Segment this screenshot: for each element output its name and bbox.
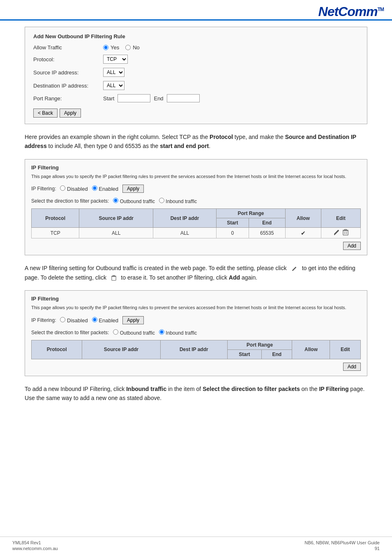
ip-filter-apply-2[interactable]: Apply bbox=[122, 316, 144, 324]
allow-traffic-controls: Yes No bbox=[103, 44, 140, 51]
add-button-2[interactable]: Add bbox=[343, 363, 361, 371]
row1-dest: ALL bbox=[153, 228, 217, 238]
source-ip-select[interactable]: ALL bbox=[103, 68, 125, 77]
allow-traffic-label: Allow Traffic bbox=[33, 44, 103, 51]
enabled-radio-label-1[interactable]: Enabled bbox=[92, 185, 118, 192]
outbound-radio-label-1[interactable]: Outbound traffic bbox=[113, 198, 155, 204]
th-allow-1: Allow bbox=[285, 209, 321, 228]
page-footer: YML854 Rev1 www.netcomm.com.au NB6, NB6W… bbox=[0, 536, 392, 551]
filter-table-body-1: TCP ALL ALL 0 65535 ✔ bbox=[32, 228, 361, 238]
yes-radio-label[interactable]: Yes bbox=[103, 44, 119, 51]
direction-label-2: Select the direction to filter packets: bbox=[31, 330, 109, 335]
enabled-radio-2[interactable] bbox=[92, 317, 97, 322]
svg-rect-3 bbox=[344, 229, 347, 230]
no-label: No bbox=[133, 44, 140, 51]
edit-icon[interactable] bbox=[333, 231, 341, 237]
protocol-select[interactable]: TCP UDP ICMP ALL bbox=[103, 55, 128, 64]
no-radio-label[interactable]: No bbox=[125, 44, 140, 51]
row1-start: 0 bbox=[217, 228, 249, 238]
inbound-radio-label-1[interactable]: Inbound traffic bbox=[159, 198, 197, 204]
disabled-radio-2[interactable] bbox=[60, 317, 65, 322]
row1-source: ALL bbox=[79, 228, 153, 238]
trash-svg bbox=[343, 229, 348, 236]
svg-rect-8 bbox=[113, 275, 115, 276]
dest-ip-select[interactable]: ALL bbox=[103, 81, 125, 90]
page-header: NetCommTM bbox=[0, 0, 392, 21]
protocol-row: Protocol: TCP UDP ICMP ALL bbox=[33, 55, 359, 64]
add-outbound-form: Add New Outbound IP Filtering Rule Allow… bbox=[25, 27, 367, 124]
footer-page: 91 bbox=[375, 546, 380, 551]
outbound-radio-label-2[interactable]: Outbound traffic bbox=[113, 329, 155, 336]
filter-table-1: Protocol Source IP addr Dest IP addr Por… bbox=[31, 208, 361, 238]
ip-filter-panel-2: IP Filtering This page allows you to spe… bbox=[25, 290, 367, 376]
th-dest-2: Dest IP addr bbox=[160, 340, 227, 359]
row1-end: 65535 bbox=[249, 228, 285, 238]
disabled-radio-label-2[interactable]: Disabled bbox=[60, 317, 88, 324]
edit-svg bbox=[333, 229, 340, 236]
enabled-radio-label-2[interactable]: Enabled bbox=[92, 317, 118, 324]
ip-filter-title-2: IP Filtering bbox=[31, 296, 361, 302]
outbound-label-1: Outbound traffic bbox=[120, 199, 155, 204]
inbound-label-1: Inbound traffic bbox=[166, 199, 197, 204]
inbound-radio-1[interactable] bbox=[159, 198, 164, 203]
end-label: End bbox=[154, 95, 163, 102]
port-range-inputs: Start 0 End 65535 bbox=[103, 94, 200, 102]
logo: NetCommTM bbox=[318, 4, 384, 19]
th-end-1: End bbox=[249, 218, 285, 228]
description-3: To add a new Inbound IP Filtering, click… bbox=[25, 384, 367, 403]
th-edit-1: Edit bbox=[321, 209, 360, 228]
direction-row-2: Select the direction to filter packets: … bbox=[31, 329, 361, 336]
th-end-2: End bbox=[262, 349, 292, 359]
th-protocol-1: Protocol bbox=[32, 209, 79, 228]
disabled-radio-1[interactable] bbox=[60, 185, 65, 191]
filter-table-2: Protocol Source IP addr Dest IP addr Por… bbox=[31, 340, 361, 359]
yes-radio[interactable] bbox=[103, 45, 108, 50]
ip-filtering-label-1: IP Filtering: bbox=[31, 186, 56, 192]
th-edit-2: Edit bbox=[330, 340, 361, 359]
footer-url: www.netcomm.com.au bbox=[12, 546, 58, 551]
disabled-radio-label-1[interactable]: Disabled bbox=[60, 185, 88, 192]
ip-filter-desc-1: This page allows you to specify the IP p… bbox=[31, 173, 361, 180]
back-button[interactable]: < Back bbox=[33, 109, 58, 118]
port-end-input[interactable]: 65535 bbox=[167, 94, 200, 102]
th-allow-2: Allow bbox=[292, 340, 330, 359]
inbound-radio-2[interactable] bbox=[159, 329, 164, 335]
enabled-label-1: Enabled bbox=[99, 186, 118, 192]
th-protocol-2: Protocol bbox=[32, 340, 82, 359]
inbound-label-2: Inbound traffic bbox=[166, 330, 197, 336]
trash-icon-inline bbox=[111, 275, 116, 281]
port-range-label: Port Range: bbox=[33, 95, 103, 102]
description-2: A new IP filtering setting for Outbound … bbox=[25, 264, 367, 282]
form-title: Add New Outbound IP Filtering Rule bbox=[33, 33, 359, 39]
th-port-range-1: Port Range bbox=[217, 209, 286, 218]
outbound-radio-2[interactable] bbox=[113, 329, 118, 335]
disabled-label-1: Disabled bbox=[67, 186, 88, 192]
table-row: TCP ALL ALL 0 65535 ✔ bbox=[32, 228, 361, 238]
protocol-label: Protocol: bbox=[33, 56, 103, 62]
dest-ip-label: Destination IP address: bbox=[33, 83, 103, 89]
ip-filter-title-1: IP Filtering bbox=[31, 164, 361, 171]
enabled-label-2: Enabled bbox=[99, 317, 118, 324]
outbound-radio-1[interactable] bbox=[113, 198, 118, 203]
allow-traffic-row: Allow Traffic Yes No bbox=[33, 44, 359, 51]
svg-rect-6 bbox=[112, 277, 116, 280]
no-radio[interactable] bbox=[125, 45, 131, 50]
footer-left: YML854 Rev1 www.netcomm.com.au bbox=[12, 540, 58, 551]
trash-icon[interactable] bbox=[343, 231, 348, 237]
add-button-1[interactable]: Add bbox=[343, 242, 361, 250]
add-row-2: Add bbox=[31, 363, 361, 371]
apply-button[interactable]: Apply bbox=[60, 109, 81, 118]
port-range-row: Port Range: Start 0 End 65535 bbox=[33, 94, 359, 102]
th-port-range-2: Port Range bbox=[227, 340, 292, 349]
direction-row-1: Select the direction to filter packets: … bbox=[31, 198, 361, 204]
dest-ip-row: Destination IP address: ALL bbox=[33, 81, 359, 90]
form-buttons: < Back Apply bbox=[33, 109, 359, 118]
ip-filter-apply-1[interactable]: Apply bbox=[122, 185, 144, 193]
enabled-radio-1[interactable] bbox=[92, 185, 97, 191]
disabled-label-2: Disabled bbox=[67, 317, 88, 324]
port-start-input[interactable]: 0 bbox=[118, 94, 150, 102]
filter-status-row-1: IP Filtering: Disabled Enabled Apply bbox=[31, 185, 361, 193]
footer-right: NB6, NB6W, NB6Plus4W User Guide 91 bbox=[304, 540, 380, 551]
row1-edit bbox=[321, 228, 360, 238]
inbound-radio-label-2[interactable]: Inbound traffic bbox=[159, 329, 197, 336]
